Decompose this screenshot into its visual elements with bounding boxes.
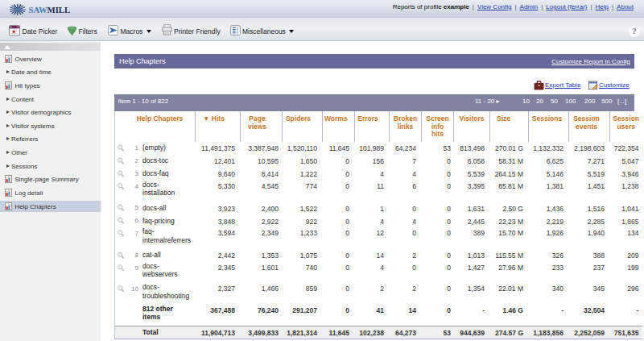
svg-text:SAWMILL: SAWMILL (29, 5, 71, 15)
